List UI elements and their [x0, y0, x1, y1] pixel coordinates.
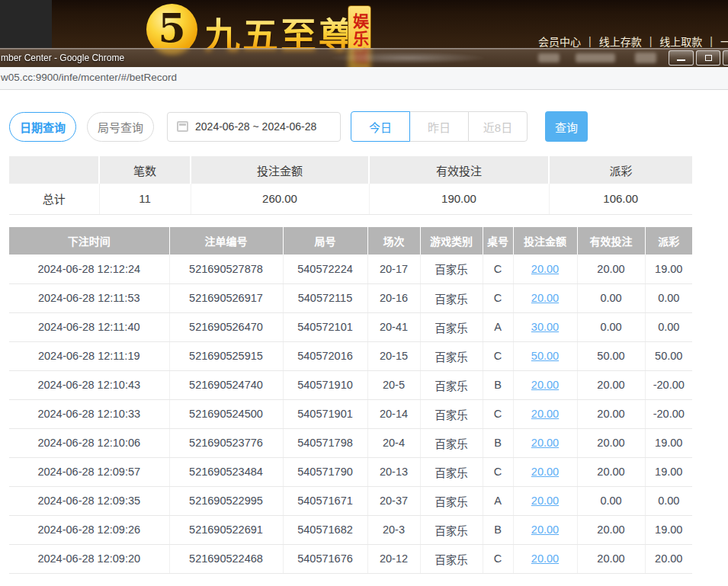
session-cell: 20-15	[367, 341, 420, 370]
game-type-cell: 百家乐	[420, 428, 483, 457]
bet-amount-link[interactable]: 30.00	[531, 321, 559, 333]
titlebar-ornament	[328, 52, 488, 64]
bet-amount-cell: 20.00	[513, 486, 577, 515]
record-row: 2024-06-28 12:11:40521690526470540572101…	[9, 312, 692, 341]
bet-id-cell: 521690522995	[169, 486, 283, 515]
round-id-cell: 540571798	[283, 428, 367, 457]
bet-amount-link[interactable]: 20.00	[531, 552, 559, 565]
bet-amount-link[interactable]: 20.00	[531, 437, 559, 449]
summary-total-label: 总计	[9, 184, 99, 214]
nav-link[interactable]: 线上存款	[599, 34, 642, 49]
game-type-cell: 百家乐	[420, 486, 483, 515]
record-row: 2024-06-28 12:09:57521690523484540571790…	[9, 457, 692, 486]
nav-separator: |	[649, 35, 653, 47]
nav-link[interactable]: 线上取款	[659, 34, 702, 49]
record-row: 2024-06-28 12:09:35521690522995540571671…	[9, 486, 692, 515]
window-titlebar[interactable]: mber Center - Google Chrome ×	[0, 48, 728, 67]
top-nav: 会员中心|线上存款|线上取款|一键回收	[538, 34, 728, 49]
table-no-cell: A	[483, 486, 513, 515]
header-payout: 派彩	[645, 227, 692, 255]
bet-amount-cell: 20.00	[513, 544, 577, 573]
bet-id-cell: 521690522691	[169, 515, 283, 544]
nav-separator: |	[710, 35, 713, 47]
record-row: 2024-06-28 12:10:33521690524500540571901…	[9, 399, 692, 428]
quick-range-group: 今日 昨日 近8日	[351, 111, 528, 142]
valid-bet-cell: 20.00	[577, 544, 645, 573]
round-id-cell: 540571901	[283, 399, 367, 428]
logo-number: 5	[158, 8, 185, 48]
table-no-cell: C	[483, 399, 513, 428]
address-bar[interactable]: w05.cc:9900/infe/mcenter/#/betRecord	[0, 67, 728, 90]
today-button[interactable]: 今日	[351, 111, 410, 142]
table-no-cell: C	[483, 341, 513, 370]
bet-time-cell: 2024-06-28 12:11:40	[9, 312, 169, 341]
valid-bet-cell: 20.00	[577, 457, 645, 486]
table-no-cell: A	[483, 312, 513, 341]
bet-amount-link[interactable]: 20.00	[531, 379, 559, 391]
maximize-button[interactable]	[696, 50, 720, 66]
round-id-cell: 540571682	[283, 515, 367, 544]
payout-cell: -20.00	[645, 370, 692, 399]
bet-amount-cell: 20.00	[513, 399, 577, 428]
bet-records-table: 下注时间 注单编号 局号 场次 游戏类别 桌号 投注金额 有效投注 派彩 202…	[9, 227, 692, 574]
record-row: 2024-06-28 12:11:19521690525915540572016…	[9, 341, 692, 370]
bet-amount-link[interactable]: 20.00	[531, 524, 559, 536]
game-type-cell: 百家乐	[420, 341, 483, 370]
payout-cell: 19.00	[645, 515, 692, 544]
valid-bet-cell: 20.00	[577, 370, 645, 399]
game-type-cell: 百家乐	[420, 312, 483, 341]
session-cell: 20-12	[367, 544, 420, 573]
bet-id-cell: 521690526917	[169, 283, 283, 312]
bet-time-cell: 2024-06-28 12:10:33	[9, 399, 169, 428]
valid-bet-cell: 20.00	[577, 428, 645, 457]
valid-bet-cell: 20.00	[577, 255, 645, 283]
payout-cell: 19.00	[645, 255, 692, 283]
summary-total-count: 11	[99, 184, 191, 214]
minimize-button[interactable]	[669, 50, 694, 66]
record-row: 2024-06-28 12:11:53521690526917540572115…	[9, 283, 692, 312]
search-button[interactable]: 查询	[545, 111, 588, 142]
table-no-cell: C	[483, 283, 513, 312]
game-type-cell: 百家乐	[420, 399, 483, 428]
nav-link[interactable]: 会员中心	[538, 34, 581, 49]
bet-amount-link[interactable]: 20.00	[531, 495, 559, 507]
bet-amount-link[interactable]: 20.00	[531, 263, 559, 275]
bet-amount-link[interactable]: 20.00	[531, 466, 559, 478]
table-no-cell: C	[483, 457, 513, 486]
round-id-cell: 540572016	[283, 341, 367, 370]
bet-amount-link[interactable]: 50.00	[531, 350, 559, 362]
header-bet-id: 注单编号	[169, 227, 283, 255]
bet-amount-cell: 20.00	[513, 255, 577, 283]
close-button[interactable]: ×	[723, 50, 728, 66]
yesterday-button[interactable]: 昨日	[409, 111, 469, 142]
nav-link[interactable]: 一键回收	[720, 34, 728, 49]
bet-amount-link[interactable]: 20.00	[531, 292, 559, 304]
bet-amount-link[interactable]: 20.00	[531, 408, 559, 420]
bet-time-cell: 2024-06-28 12:09:35	[9, 486, 169, 515]
session-cell: 20-37	[367, 486, 420, 515]
round-query-tab[interactable]: 局号查询	[87, 112, 154, 142]
bet-time-cell: 2024-06-28 12:10:43	[9, 370, 169, 399]
payout-cell: 0.00	[645, 312, 692, 341]
date-range-value: 2024-06-28 ~ 2024-06-28	[195, 120, 316, 133]
minimize-icon	[677, 59, 685, 61]
window-title: mber Center - Google Chrome	[1, 49, 124, 67]
valid-bet-cell: 0.00	[577, 283, 645, 312]
date-query-tab[interactable]: 日期查询	[9, 112, 76, 142]
session-cell: 20-41	[367, 312, 420, 341]
valid-bet-cell: 0.00	[577, 312, 645, 341]
game-type-cell: 百家乐	[420, 515, 483, 544]
header-bet-time: 下注时间	[9, 227, 169, 255]
bet-time-cell: 2024-06-28 12:10:06	[9, 428, 169, 457]
bet-amount-cell: 20.00	[513, 428, 577, 457]
table-no-cell: B	[483, 370, 513, 399]
table-no-cell: B	[483, 428, 513, 457]
payout-cell: 19.00	[645, 457, 692, 486]
date-range-input[interactable]: 2024-06-28 ~ 2024-06-28	[167, 112, 341, 142]
table-no-cell: B	[483, 515, 513, 544]
nav-separator: |	[588, 35, 592, 47]
blurred-info-block	[635, 53, 656, 63]
payout-cell: 0.00	[645, 283, 692, 312]
last8days-button[interactable]: 近8日	[468, 111, 528, 142]
bet-id-cell: 521690526470	[169, 312, 283, 341]
